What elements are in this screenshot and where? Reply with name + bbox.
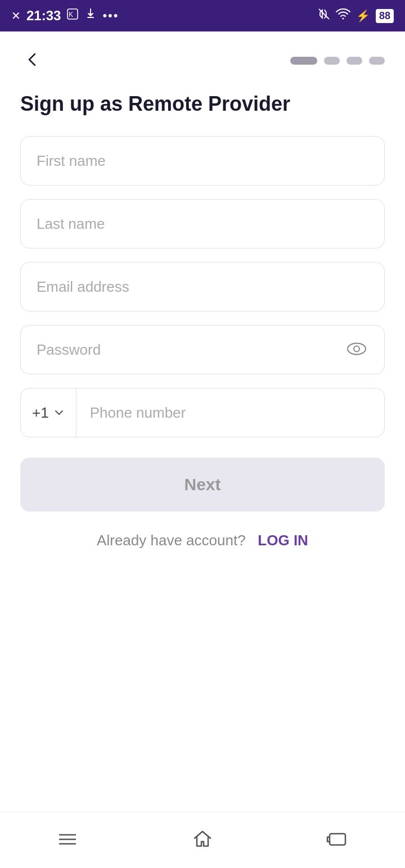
back-header [20, 47, 385, 74]
phone-input[interactable] [76, 388, 384, 437]
login-prompt: Already have account? [97, 532, 246, 549]
svg-point-3 [342, 18, 344, 20]
nav-back-button[interactable] [320, 821, 356, 859]
status-icon-wifi [336, 8, 350, 24]
status-time: 21:33 [26, 8, 61, 24]
status-icon-usb [84, 8, 97, 24]
toggle-password-button[interactable] [342, 338, 371, 362]
status-battery: 88 [376, 9, 394, 23]
progress-dots [290, 57, 385, 65]
last-name-group [20, 199, 385, 248]
main-content: Sign up as Remote Provider +1 [0, 31, 405, 812]
status-icon-bolt: ⚡ [356, 9, 370, 22]
first-name-group [20, 136, 385, 186]
bottom-nav [0, 812, 405, 868]
svg-point-4 [348, 343, 366, 355]
last-name-input[interactable] [20, 199, 385, 248]
country-code-value: +1 [32, 404, 49, 422]
email-input[interactable] [20, 262, 385, 311]
nav-home-button[interactable] [184, 821, 220, 859]
status-icon-dots: ••• [102, 8, 119, 23]
login-section: Already have account? LOG IN [20, 532, 385, 549]
svg-rect-9 [330, 834, 345, 845]
phone-group: +1 [20, 388, 385, 437]
status-icon-klarna: K [66, 8, 79, 24]
status-bar: ✕ 21:33 K ••• ⚡ 88 [0, 0, 405, 31]
email-group [20, 262, 385, 311]
status-icon-x: ✕ [11, 9, 21, 22]
progress-dot-4 [369, 57, 385, 65]
status-icon-mute [318, 8, 330, 24]
country-code-button[interactable]: +1 [21, 388, 76, 437]
password-group [20, 325, 385, 374]
password-input[interactable] [20, 325, 385, 374]
svg-point-5 [354, 346, 359, 352]
progress-dot-1 [290, 57, 317, 65]
status-right: ⚡ 88 [318, 8, 394, 24]
first-name-input[interactable] [20, 136, 385, 186]
progress-dot-2 [324, 57, 340, 65]
login-link[interactable]: LOG IN [258, 532, 308, 549]
page-title: Sign up as Remote Provider [20, 92, 385, 116]
next-button[interactable]: Next [20, 458, 385, 512]
progress-dot-3 [346, 57, 362, 65]
password-wrapper [20, 325, 385, 374]
back-button[interactable] [20, 47, 45, 74]
phone-wrapper: +1 [20, 388, 385, 437]
nav-menu-button[interactable] [50, 821, 86, 859]
svg-text:K: K [69, 11, 73, 19]
status-left: ✕ 21:33 K ••• [11, 8, 119, 24]
